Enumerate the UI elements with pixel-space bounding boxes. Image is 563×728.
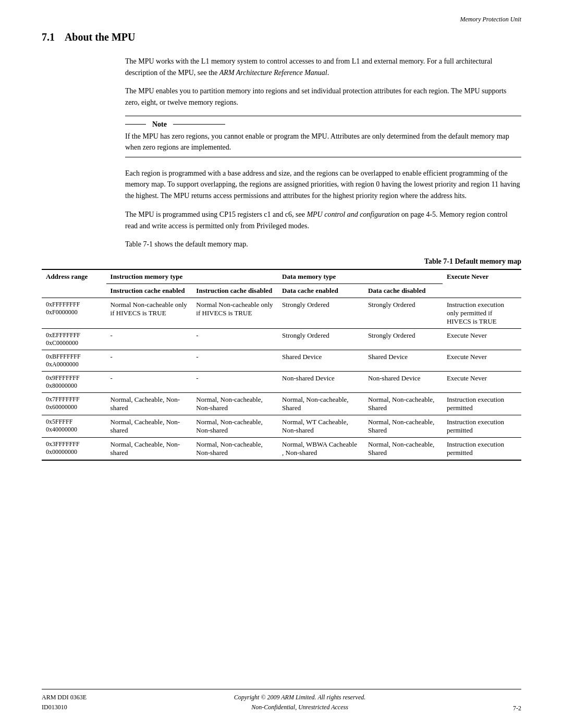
cell-data-cd: Shared Device [364, 350, 443, 371]
cell-inst-cd: Normal, Non-cacheable, Non-shared [192, 415, 278, 437]
col-header-address: Address range [42, 269, 106, 298]
cell-exec-never: Execute Never [443, 328, 521, 350]
cell-inst-cd: Normal Non-cacheable only if HIVECS is T… [192, 298, 278, 328]
cell-inst-cd: - [192, 350, 278, 371]
cell-inst-cd: Normal, Non-cacheable, Non-shared [192, 437, 278, 460]
cell-data-cd: Normal, Non-cacheable, Shared [364, 437, 443, 460]
note-label: Note [152, 120, 167, 129]
cell-inst-cd: - [192, 371, 278, 392]
cell-inst-ce: Normal, Cacheable, Non-shared [106, 392, 192, 415]
cell-data-ce: Normal, WT Cacheable, Non-shared [278, 415, 364, 437]
paragraph-5: Table 7-1 shows the default memory map. [125, 239, 521, 250]
note-text: If the MPU has zero regions, you cannot … [125, 131, 521, 153]
page: Memory Protection Unit 7.1 About the MPU… [0, 0, 563, 728]
table-header-row-1: Address range Instruction memory type Da… [42, 269, 521, 284]
cell-inst-ce: - [106, 371, 192, 392]
section-name: About the MPU [65, 31, 136, 43]
cell-address: 0x7FFFFFFF0x60000000 [42, 392, 106, 415]
table-caption: Table 7-1 Default memory map [42, 257, 521, 266]
cell-address: 0xEFFFFFFF0xC0000000 [42, 328, 106, 350]
cell-data-cd: Normal, Non-cacheable, Shared [364, 415, 443, 437]
col-header-data-cd: Data cache disabled [364, 283, 443, 298]
cell-address: 0x9FFFFFFF0x80000000 [42, 371, 106, 392]
table-row: 0xEFFFFFFF0xC0000000--Strongly OrderedSt… [42, 328, 521, 350]
cell-inst-cd: - [192, 328, 278, 350]
cell-address: 0x3FFFFFFF0x00000000 [42, 437, 106, 460]
note-line-left [125, 124, 146, 125]
cell-data-ce: Strongly Ordered [278, 328, 364, 350]
cell-inst-ce: Normal, Cacheable, Non-shared [106, 415, 192, 437]
table-row: 0x5FFFFF0x40000000Normal, Cacheable, Non… [42, 415, 521, 437]
page-header: Memory Protection Unit [460, 16, 521, 23]
cell-exec-never: Instruction execution permitted [443, 415, 521, 437]
note-line-right [173, 124, 225, 125]
table-row: 0x3FFFFFFF0x00000000Normal, Cacheable, N… [42, 437, 521, 460]
cell-inst-ce: - [106, 350, 192, 371]
footer-access: Non-Confidential, Unrestricted Access [234, 702, 366, 712]
cell-address: 0xBFFFFFFF0xA0000000 [42, 350, 106, 371]
col-header-data-group: Data memory type [278, 269, 443, 284]
col-header-inst-group: Instruction memory type [106, 269, 278, 284]
cell-data-ce: Normal, WBWA Cacheable , Non-shared [278, 437, 364, 460]
cell-data-ce: Strongly Ordered [278, 298, 364, 328]
header-text: Memory Protection Unit [460, 16, 521, 23]
cell-inst-ce: - [106, 328, 192, 350]
table-row: 0x9FFFFFFF0x80000000--Non-shared DeviceN… [42, 371, 521, 392]
cell-data-ce: Normal, Non-cacheable, Shared [278, 392, 364, 415]
paragraph-1: The MPU works with the L1 memory system … [125, 56, 521, 78]
cell-exec-never: Execute Never [443, 371, 521, 392]
table-row: 0xBFFFFFFF0xA0000000--Shared DeviceShare… [42, 350, 521, 371]
cell-data-ce: Non-shared Device [278, 371, 364, 392]
note-box: Note If the MPU has zero regions, you ca… [125, 116, 521, 157]
footer-doc-id2: ID013010 [42, 702, 87, 712]
col-header-data-ce: Data cache enabled [278, 283, 364, 298]
table-row: 0xFFFFFFFF0xF0000000Normal Non-cacheable… [42, 298, 521, 328]
col-header-inst-ce: Instruction cache enabled [106, 283, 192, 298]
cell-data-ce: Shared Device [278, 350, 364, 371]
cell-inst-cd: Normal, Non-cacheable, Non-shared [192, 392, 278, 415]
cell-data-cd: Normal, Non-cacheable, Shared [364, 392, 443, 415]
col-header-execute-never: Execute Never [443, 269, 521, 298]
cell-inst-ce: Normal, Cacheable, Non-shared [106, 437, 192, 460]
cell-data-cd: Strongly Ordered [364, 328, 443, 350]
paragraph-2: The MPU enables you to partition memory … [125, 85, 521, 108]
cell-data-cd: Strongly Ordered [364, 298, 443, 328]
footer-center: Copyright © 2009 ARM Limited. All rights… [234, 693, 366, 712]
cell-address: 0xFFFFFFFF0xF0000000 [42, 298, 106, 328]
section-number: 7.1 [42, 31, 55, 43]
footer-left: ARM DDI 0363E ID013010 [42, 693, 87, 712]
cell-address: 0x5FFFFF0x40000000 [42, 415, 106, 437]
memory-table: Address range Instruction memory type Da… [42, 269, 521, 461]
cell-data-cd: Non-shared Device [364, 371, 443, 392]
page-footer: ARM DDI 0363E ID013010 Copyright © 2009 … [42, 689, 521, 712]
cell-exec-never: Instruction execution permitted [443, 437, 521, 460]
cell-exec-never: Execute Never [443, 350, 521, 371]
footer-doc-id: ARM DDI 0363E [42, 693, 87, 702]
footer-page-number: 7-2 [513, 705, 521, 712]
cell-inst-ce: Normal Non-cacheable only if HIVECS is T… [106, 298, 192, 328]
cell-exec-never: Instruction execution permitted [443, 392, 521, 415]
paragraph-3: Each region is programmed with a base ad… [125, 168, 521, 202]
table-row: 0x7FFFFFFF0x60000000Normal, Cacheable, N… [42, 392, 521, 415]
paragraph-4: The MPU is programmed using CP15 registe… [125, 209, 521, 231]
col-header-inst-cd: Instruction cache disabled [192, 283, 278, 298]
footer-copyright: Copyright © 2009 ARM Limited. All rights… [234, 693, 366, 702]
cell-exec-never: Instruction execution only permitted if … [443, 298, 521, 328]
section-title: 7.1 About the MPU [42, 31, 521, 43]
